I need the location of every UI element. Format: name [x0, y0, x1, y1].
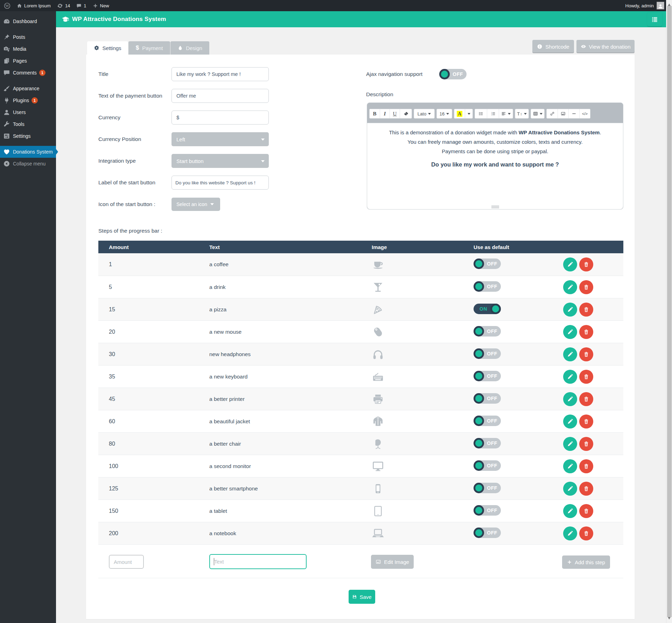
avatar[interactable]: [657, 2, 664, 9]
currency-input[interactable]: [172, 111, 269, 125]
clear-format-button[interactable]: [400, 109, 412, 118]
add-text-input[interactable]: [209, 554, 307, 569]
delete-step-button[interactable]: [579, 526, 593, 540]
horizontal-rule-button[interactable]: [568, 109, 579, 118]
default-toggle[interactable]: OFF: [474, 505, 501, 516]
view-donation-button[interactable]: View the donation: [576, 40, 635, 53]
delete-step-button[interactable]: [579, 459, 593, 473]
sidebar-item-settings[interactable]: Settings: [0, 130, 56, 142]
table-button[interactable]: [531, 109, 544, 118]
font-color-dropdown[interactable]: [465, 109, 472, 118]
italic-button[interactable]: I: [380, 109, 390, 118]
edit-step-button[interactable]: [563, 257, 577, 271]
bold-button[interactable]: B: [370, 109, 380, 118]
sidebar-item-pages[interactable]: Pages: [0, 55, 56, 67]
edit-step-button[interactable]: [563, 504, 577, 518]
scroll-up-arrow[interactable]: [668, 2, 671, 6]
line-height-button[interactable]: T↕: [515, 109, 528, 118]
select-icon-button[interactable]: Select an icon: [172, 198, 220, 211]
delete-step-button[interactable]: [579, 415, 593, 429]
ordered-list-button[interactable]: [487, 109, 499, 118]
laptop-icon: [372, 527, 384, 540]
default-toggle[interactable]: OFF: [474, 348, 501, 359]
edit-step-button[interactable]: [563, 347, 577, 361]
default-toggle[interactable]: OFF: [474, 326, 501, 337]
edit-image-button[interactable]: Edit Image: [371, 555, 414, 569]
edit-step-button[interactable]: [563, 482, 577, 496]
editor-content[interactable]: This is a demonstration of a donation wi…: [367, 123, 623, 209]
add-amount-input[interactable]: [109, 555, 144, 569]
delete-step-button[interactable]: [579, 504, 593, 518]
edit-step-button[interactable]: [563, 437, 577, 451]
delete-step-button[interactable]: [579, 437, 593, 451]
font-size-button[interactable]: 16: [437, 109, 452, 118]
editor-resize-handle[interactable]: [491, 205, 499, 208]
default-toggle[interactable]: OFF: [474, 483, 501, 493]
edit-step-button[interactable]: [563, 459, 577, 473]
site-name-link[interactable]: Lorem Ipsum: [14, 0, 54, 11]
integration-type-select[interactable]: Start button: [172, 154, 269, 168]
sidebar-item-comments[interactable]: Comments 1: [0, 67, 56, 79]
title-input[interactable]: [172, 67, 269, 81]
font-family-button[interactable]: Lato: [414, 109, 434, 118]
currency-position-select[interactable]: Left: [172, 132, 269, 146]
default-toggle[interactable]: OFF: [474, 393, 501, 404]
unordered-list-button[interactable]: [475, 109, 487, 118]
collapse-menu-item[interactable]: Collapse menu: [0, 158, 56, 170]
default-toggle[interactable]: OFF: [474, 371, 501, 381]
scrollbar-thumb[interactable]: [667, 6, 672, 617]
sidebar-item-tools[interactable]: Tools: [0, 118, 56, 130]
new-content-link[interactable]: New: [90, 0, 112, 11]
sidebar-item-donations-system[interactable]: Donations System: [0, 146, 56, 158]
tab-payment[interactable]: $ Payment: [128, 41, 170, 55]
paragraph-align-button[interactable]: [499, 109, 513, 118]
updates-link[interactable]: 14: [54, 0, 73, 11]
delete-step-button[interactable]: [579, 482, 593, 496]
default-toggle[interactable]: OFF: [474, 460, 501, 471]
howdy-text[interactable]: Howdy, admin: [625, 3, 654, 8]
edit-step-button[interactable]: [563, 303, 577, 317]
delete-step-button[interactable]: [579, 370, 593, 384]
tab-design[interactable]: Design: [170, 41, 209, 55]
default-toggle[interactable]: OFF: [474, 259, 501, 269]
plugin-menu-button[interactable]: [647, 12, 663, 27]
default-toggle[interactable]: OFF: [474, 281, 501, 292]
sidebar-item-posts[interactable]: Posts: [0, 31, 56, 43]
default-toggle[interactable]: OFF: [474, 416, 501, 426]
edit-step-button[interactable]: [563, 526, 577, 540]
sidebar-item-media[interactable]: Media: [0, 43, 56, 55]
default-toggle[interactable]: OFF: [474, 528, 501, 538]
default-toggle[interactable]: ON: [474, 304, 501, 314]
add-step-button[interactable]: Add this step: [562, 555, 610, 569]
comments-link[interactable]: 1: [73, 0, 89, 11]
edit-step-button[interactable]: [563, 392, 577, 406]
sidebar-item-users[interactable]: Users: [0, 106, 56, 118]
underline-button[interactable]: U: [390, 109, 400, 118]
default-toggle[interactable]: OFF: [474, 438, 501, 448]
link-button[interactable]: [547, 109, 558, 118]
insert-image-button[interactable]: [558, 109, 568, 118]
delete-step-button[interactable]: [579, 257, 593, 271]
delete-step-button[interactable]: [579, 303, 593, 317]
tab-settings[interactable]: Settings: [87, 41, 128, 55]
save-button[interactable]: Save: [349, 590, 375, 604]
sidebar-item-dashboard[interactable]: Dashboard: [0, 15, 56, 27]
delete-step-button[interactable]: [579, 325, 593, 339]
wordpress-logo[interactable]: [1, 0, 14, 11]
font-color-button[interactable]: A: [454, 109, 465, 118]
sidebar-item-plugins[interactable]: Plugins 1: [0, 94, 56, 106]
edit-step-button[interactable]: [563, 370, 577, 384]
delete-step-button[interactable]: [579, 280, 593, 294]
scroll-down-arrow[interactable]: [668, 617, 671, 621]
payment-text-input[interactable]: [172, 89, 269, 103]
edit-step-button[interactable]: [563, 415, 577, 429]
edit-step-button[interactable]: [563, 280, 577, 294]
shortcode-button[interactable]: Shortcode: [532, 40, 574, 53]
delete-step-button[interactable]: [579, 347, 593, 361]
delete-step-button[interactable]: [579, 392, 593, 406]
sidebar-item-appearance[interactable]: Appearance: [0, 83, 56, 94]
start-label-input[interactable]: [172, 176, 269, 190]
code-view-button[interactable]: </>: [579, 109, 590, 118]
edit-step-button[interactable]: [563, 325, 577, 339]
ajax-toggle[interactable]: OFF: [439, 69, 467, 79]
